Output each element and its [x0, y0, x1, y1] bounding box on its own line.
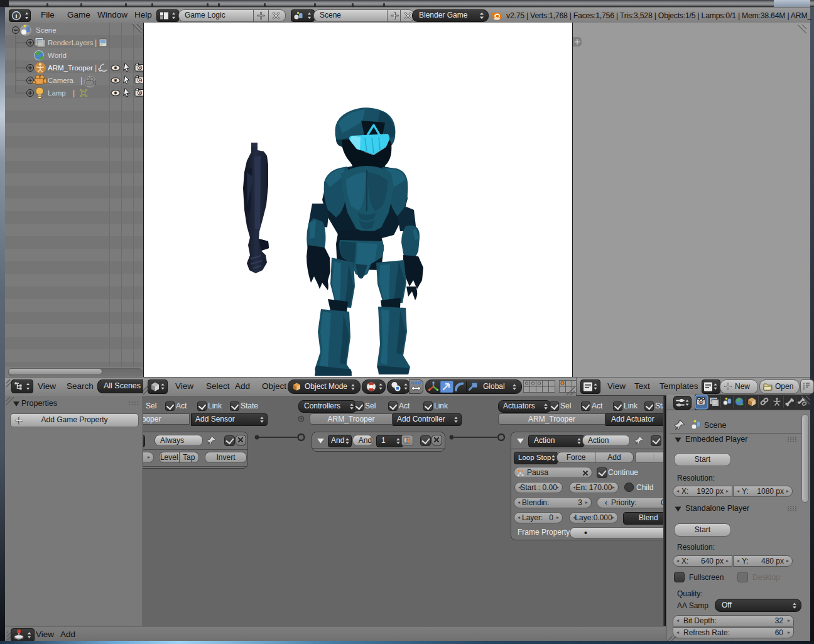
- svg-text:i: i: [16, 13, 18, 19]
- svg-text:|: |: [95, 38, 97, 47]
- svg-text:|: |: [95, 63, 97, 72]
- svg-text:|: |: [80, 76, 82, 85]
- svg-text:|: |: [73, 89, 75, 97]
